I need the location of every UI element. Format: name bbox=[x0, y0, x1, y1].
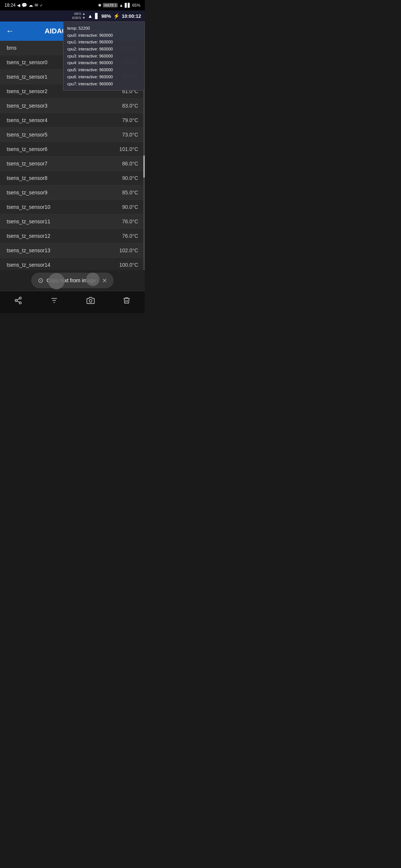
svg-line-3 bbox=[17, 301, 19, 302]
sensor-name: tsens_tz_sensor6 bbox=[7, 146, 48, 152]
svg-line-4 bbox=[17, 299, 19, 300]
sensor-row: tsens_tz_sensor890.0°C bbox=[0, 171, 145, 185]
sensor-value: 76.0°C bbox=[122, 233, 138, 239]
tooltip-line-4: cpu3: interactive: 960000 bbox=[67, 53, 141, 60]
sensor-row: tsens_tz_sensor479.0°C bbox=[0, 113, 145, 128]
sensor-value: 85.0°C bbox=[122, 190, 138, 195]
copy-text-bar: ⊙ Copy text from image ✕ bbox=[0, 270, 145, 291]
speed-down: 82B/S ▼ bbox=[72, 16, 85, 20]
sensor-name: tsens_tz_sensor10 bbox=[7, 204, 50, 210]
sensor-name: bms bbox=[7, 45, 16, 51]
sensor-value: 100.0°C bbox=[119, 262, 138, 268]
sensor-name: tsens_tz_sensor14 bbox=[7, 262, 50, 268]
wechat-icon: 💬 bbox=[22, 3, 27, 8]
sensor-value: 101.0°C bbox=[119, 146, 138, 152]
sensor-name: tsens_tz_sensor11 bbox=[7, 218, 50, 224]
tooltip-line-2: cpu1: interactive: 960000 bbox=[67, 39, 141, 46]
battery-percent: 65% bbox=[132, 3, 140, 7]
copy-text-icon: ⊙ bbox=[38, 276, 43, 285]
status-right: ✱ VoLTE 1 ▲ ▋▋ 65% bbox=[98, 3, 140, 8]
sensor-value: 76.0°C bbox=[122, 218, 138, 224]
svg-point-0 bbox=[19, 297, 22, 299]
notif-signal-icon: ▋ bbox=[95, 13, 99, 19]
notification-bar: 0B/S ▲ 82B/S ▼ ▲ ▋ 98% ⚡ 10:00:12 bbox=[0, 10, 145, 22]
sensor-name: tsens_tz_sensor0 bbox=[7, 59, 48, 65]
wifi-icon: ▲ bbox=[119, 3, 123, 7]
sensor-row: tsens_tz_sensor6101.0°C bbox=[0, 142, 145, 157]
sensor-name: tsens_tz_sensor4 bbox=[7, 117, 48, 123]
copy-text-close-button[interactable]: ✕ bbox=[102, 277, 107, 284]
nav-home-circle[interactable] bbox=[48, 273, 65, 289]
sensor-name: tsens_tz_sensor13 bbox=[7, 247, 50, 253]
sensor-name: tsens_tz_sensor12 bbox=[7, 233, 50, 239]
volte-badge: VoLTE 1 bbox=[103, 3, 118, 7]
signal-bars-icon: ▋▋ bbox=[125, 3, 131, 8]
tooltip-line-5: cpu4: interactive: 960000 bbox=[67, 59, 141, 66]
signal-icon: ✓ bbox=[40, 3, 43, 7]
sensor-value: 86.0°C bbox=[122, 161, 138, 167]
nav-recents-circle[interactable] bbox=[86, 273, 100, 286]
svg-point-1 bbox=[15, 299, 17, 302]
sensor-row: tsens_tz_sensor13102.0°C bbox=[0, 243, 145, 258]
sensor-value: 90.0°C bbox=[122, 175, 138, 181]
tooltip-line-1: cpu0: interactive: 960000 bbox=[67, 32, 141, 39]
notif-time: 10:00:12 bbox=[122, 13, 141, 19]
sensor-name: tsens_tz_sensor7 bbox=[7, 161, 48, 167]
nav-bar: ◁ bbox=[0, 312, 145, 313]
sensor-name: tsens_tz_sensor9 bbox=[7, 190, 48, 195]
sensor-value: 79.0°C bbox=[122, 117, 138, 123]
back-button[interactable]: ← bbox=[3, 23, 17, 39]
sensor-value: 102.0°C bbox=[119, 247, 138, 253]
sensor-row: tsens_tz_sensor1176.0°C bbox=[0, 214, 145, 229]
sensor-row: tsens_tz_sensor1276.0°C bbox=[0, 229, 145, 243]
gmail-icon: ✉ bbox=[35, 3, 38, 8]
sensor-value: 73.0°C bbox=[122, 132, 138, 138]
share-button[interactable] bbox=[11, 293, 25, 309]
notif-battery: 98% bbox=[101, 13, 111, 19]
tooltip-line-0: temp: 52200 bbox=[67, 25, 141, 32]
copy-text-pill[interactable]: ⊙ Copy text from image ✕ bbox=[31, 273, 113, 288]
sensor-row: tsens_tz_sensor14100.0°C bbox=[0, 258, 145, 270]
network-speed: 0B/S ▲ 82B/S ▼ bbox=[72, 12, 85, 20]
svg-point-2 bbox=[19, 302, 22, 304]
sensor-value: 83.0°C bbox=[122, 103, 138, 109]
sensor-row: tsens_tz_sensor573.0°C bbox=[0, 128, 145, 142]
sensor-row: tsens_tz_sensor985.0°C bbox=[0, 185, 145, 200]
notif-wifi-icon: ▲ bbox=[88, 13, 93, 19]
filter-button[interactable] bbox=[47, 293, 61, 309]
status-time: 18:24 bbox=[4, 3, 16, 8]
status-bar: 18:24 ◀ 💬 ☁ ✉ ✓ ✱ VoLTE 1 ▲ ▋▋ 65% bbox=[0, 0, 145, 10]
bottom-icons-row bbox=[0, 291, 145, 312]
speed-up: 0B/S ▲ bbox=[72, 12, 85, 16]
status-left: 18:24 ◀ 💬 ☁ ✉ ✓ bbox=[4, 3, 43, 8]
tooltip-line-3: cpu2: interactive: 960000 bbox=[67, 46, 141, 53]
sensor-row: tsens_tz_sensor1090.0°C bbox=[0, 200, 145, 214]
cloud-icon: ☁ bbox=[29, 3, 33, 8]
bluetooth-icon: ✱ bbox=[98, 3, 101, 8]
tooltip-overlay: temp: 52200 cpu0: interactive: 960000 cp… bbox=[63, 22, 145, 91]
sensor-row: tsens_tz_sensor383.0°C bbox=[0, 99, 145, 113]
sensor-row: tsens_tz_sensor786.0°C bbox=[0, 157, 145, 171]
tooltip-line-8: cpu7: interactive: 960000 bbox=[67, 80, 141, 88]
sensor-name: tsens_tz_sensor5 bbox=[7, 132, 48, 138]
sensor-name: tsens_tz_sensor1 bbox=[7, 74, 48, 80]
delete-button[interactable] bbox=[120, 293, 134, 309]
tooltip-line-7: cpu6: interactive: 960000 bbox=[67, 73, 141, 80]
sensor-name: tsens_tz_sensor2 bbox=[7, 88, 48, 94]
scrollbar-thumb[interactable] bbox=[143, 155, 145, 178]
charging-icon: ⚡ bbox=[113, 13, 120, 19]
tooltip-line-6: cpu5: interactive: 960000 bbox=[67, 66, 141, 73]
sensor-value: 90.0°C bbox=[122, 204, 138, 210]
location-icon: ◀ bbox=[17, 3, 20, 8]
sensor-name: tsens_tz_sensor3 bbox=[7, 103, 48, 109]
camera-button[interactable] bbox=[84, 293, 98, 309]
sensor-name: tsens_tz_sensor8 bbox=[7, 175, 48, 181]
svg-point-8 bbox=[89, 299, 92, 302]
